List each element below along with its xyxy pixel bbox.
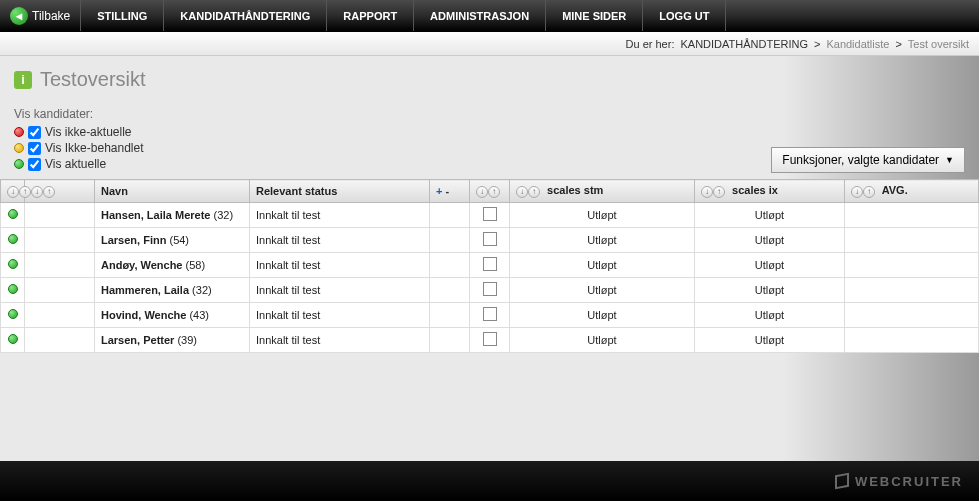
col-avg[interactable]: ↓↑ AVG.: [845, 180, 979, 203]
chevron-down-icon: ▼: [945, 155, 954, 165]
row-checkbox[interactable]: [483, 232, 497, 246]
nav-logg-ut[interactable]: LOGG UT: [643, 0, 726, 31]
functions-row: Funksjoner, valgte kandidater ▼: [0, 147, 979, 179]
row-name[interactable]: Hovind, Wenche (43): [95, 302, 250, 327]
sort-icons[interactable]: ↓↑: [701, 186, 725, 198]
table-row[interactable]: Larsen, Petter (39)Innkalt til testUtløp…: [1, 327, 979, 352]
nav-rapport[interactable]: RAPPORT: [327, 0, 414, 31]
table-row[interactable]: Hansen, Laila Merete (32)Innkalt til tes…: [1, 202, 979, 227]
col-status[interactable]: Relevant status: [250, 180, 430, 203]
row-checkbox[interactable]: [483, 207, 497, 221]
row-checkbox[interactable]: [483, 307, 497, 321]
sort-icons[interactable]: ↓↑: [7, 186, 31, 198]
row-checkbox[interactable]: [483, 332, 497, 346]
row-empty: [25, 302, 95, 327]
row-empty: [25, 277, 95, 302]
filter-aktuelle-label: Vis aktuelle: [45, 157, 106, 171]
table-row[interactable]: Andøy, Wenche (58)Innkalt til testUtløpt…: [1, 252, 979, 277]
row-name[interactable]: Hammeren, Laila (32): [95, 277, 250, 302]
row-status: Innkalt til test: [250, 302, 430, 327]
row-checkbox-cell: [470, 327, 510, 352]
nav-administrasjon[interactable]: ADMINISTRASJON: [414, 0, 546, 31]
breadcrumb-sep: >: [895, 38, 901, 50]
row-checkbox-cell: [470, 227, 510, 252]
row-empty: [25, 327, 95, 352]
candidates-table: ↓↑ ↓↑ Navn Relevant status + - ↓↑: [0, 179, 979, 353]
filter-ikke-aktuelle-checkbox[interactable]: [28, 126, 41, 139]
breadcrumb-sep: >: [814, 38, 820, 50]
plus-minus-icon: + -: [436, 185, 449, 197]
filter-ikke-behandlet-checkbox[interactable]: [28, 142, 41, 155]
row-status-dot: [1, 327, 25, 352]
row-avg: [845, 327, 979, 352]
row-stm: Utløpt: [510, 277, 695, 302]
filter-aktuelle-checkbox[interactable]: [28, 158, 41, 171]
row-checkbox[interactable]: [483, 257, 497, 271]
row-status: Innkalt til test: [250, 252, 430, 277]
status-dot-green-icon: [8, 234, 18, 244]
col-navn[interactable]: Navn: [95, 180, 250, 203]
row-name[interactable]: Larsen, Finn (54): [95, 227, 250, 252]
nav-kandidathandtering[interactable]: KANDIDATHÅNDTERING: [164, 0, 327, 31]
content-area: Du er her: KANDIDATHÅNDTERING > Kandidat…: [0, 32, 979, 461]
brand-logo: WEBCRUITER: [835, 474, 963, 489]
row-empty: [25, 202, 95, 227]
row-avg: [845, 227, 979, 252]
row-checkbox-cell: [470, 252, 510, 277]
row-status: Innkalt til test: [250, 227, 430, 252]
row-status-dot: [1, 227, 25, 252]
col-scales-ix[interactable]: ↓↑ scales ix: [695, 180, 845, 203]
row-plusminus: [430, 277, 470, 302]
status-dot-green-icon: [14, 159, 24, 169]
row-ix: Utløpt: [695, 277, 845, 302]
functions-dropdown[interactable]: Funksjoner, valgte kandidater ▼: [771, 147, 965, 173]
row-plusminus: [430, 327, 470, 352]
filter-ikke-aktuelle: Vis ikke-aktuelle: [14, 125, 965, 139]
sort-icons[interactable]: ↓↑: [516, 186, 540, 198]
row-name[interactable]: Larsen, Petter (39): [95, 327, 250, 352]
row-status: Innkalt til test: [250, 327, 430, 352]
col-status-label: Relevant status: [256, 185, 337, 197]
row-stm: Utløpt: [510, 302, 695, 327]
breadcrumb-item-2[interactable]: Kandidatliste: [826, 38, 889, 50]
sort-icons[interactable]: ↓↑: [851, 186, 875, 198]
row-ix: Utløpt: [695, 327, 845, 352]
col-status-dot[interactable]: ↓↑: [1, 180, 25, 203]
brand-cube-icon: [835, 473, 849, 489]
filter-ikke-behandlet-label: Vis Ikke-behandlet: [45, 141, 144, 155]
row-stm: Utløpt: [510, 327, 695, 352]
breadcrumb-item-1[interactable]: KANDIDATHÅNDTERING: [680, 38, 808, 50]
brand-text: WEBCRUITER: [855, 474, 963, 489]
row-empty: [25, 252, 95, 277]
status-dot-green-icon: [8, 259, 18, 269]
row-checkbox-cell: [470, 202, 510, 227]
row-plusminus: [430, 202, 470, 227]
row-checkbox-cell: [470, 302, 510, 327]
table-row[interactable]: Hovind, Wenche (43)Innkalt til testUtløp…: [1, 302, 979, 327]
row-avg: [845, 277, 979, 302]
row-checkbox[interactable]: [483, 282, 497, 296]
status-dot-green-icon: [8, 334, 18, 344]
page-title-row: i Testoversikt: [0, 56, 979, 97]
sort-icons[interactable]: ↓↑: [476, 186, 500, 198]
table-row[interactable]: Hammeren, Laila (32)Innkalt til testUtlø…: [1, 277, 979, 302]
col-checkbox[interactable]: ↓↑: [470, 180, 510, 203]
col-plus-minus[interactable]: + -: [430, 180, 470, 203]
row-name[interactable]: Andøy, Wenche (58): [95, 252, 250, 277]
row-avg: [845, 302, 979, 327]
col-sort[interactable]: ↓↑: [25, 180, 95, 203]
sort-icons[interactable]: ↓↑: [31, 186, 55, 198]
breadcrumb: Du er her: KANDIDATHÅNDTERING > Kandidat…: [0, 32, 979, 56]
col-scales-stm[interactable]: ↓↑ scales stm: [510, 180, 695, 203]
nav-mine-sider[interactable]: MINE SIDER: [546, 0, 643, 31]
row-ix: Utløpt: [695, 227, 845, 252]
breadcrumb-item-3: Test oversikt: [908, 38, 969, 50]
back-button[interactable]: ◄ Tilbake: [0, 0, 81, 31]
row-ix: Utløpt: [695, 302, 845, 327]
status-dot-red-icon: [14, 127, 24, 137]
row-stm: Utløpt: [510, 227, 695, 252]
nav-stilling[interactable]: STILLING: [81, 0, 164, 31]
row-empty: [25, 227, 95, 252]
row-name[interactable]: Hansen, Laila Merete (32): [95, 202, 250, 227]
table-row[interactable]: Larsen, Finn (54)Innkalt til testUtløptU…: [1, 227, 979, 252]
